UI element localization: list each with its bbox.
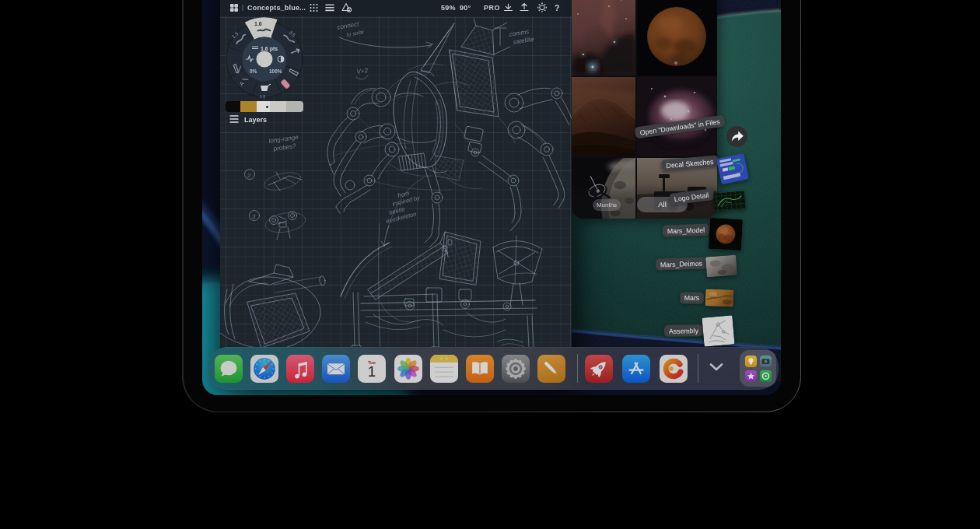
svg-text:Layers: Layers: [244, 116, 267, 124]
svg-text:2: 2: [247, 172, 251, 179]
svg-text:0%: 0%: [250, 68, 257, 74]
svg-text:1: 1: [368, 363, 376, 380]
svg-text:V+2: V+2: [356, 67, 369, 75]
svg-text:6 8: 6 8: [260, 94, 265, 99]
svg-text:3: 3: [252, 213, 256, 220]
svg-text:100%: 100%: [269, 68, 282, 74]
svg-text:to solar: to solar: [346, 29, 365, 37]
svg-text:satellite: satellite: [513, 36, 535, 46]
svg-text:1.6: 1.6: [254, 21, 262, 26]
svg-text:1.6 pts: 1.6 pts: [261, 46, 278, 52]
svg-text:probes?: probes?: [272, 142, 296, 152]
